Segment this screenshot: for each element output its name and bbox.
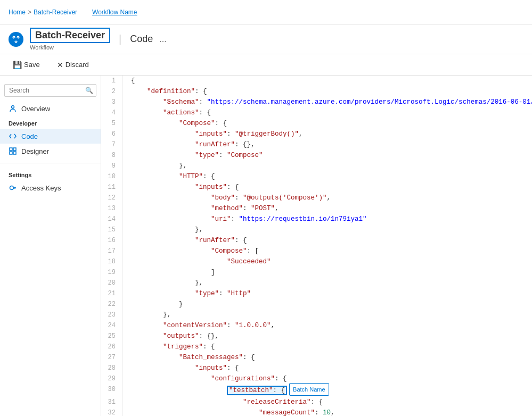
line-number: 12 — [101, 193, 122, 203]
line-number: 11 — [101, 182, 122, 193]
line-content: "$schema": "https://schema.management.az… — [122, 97, 532, 107]
svg-rect-8 — [10, 152, 12, 154]
line-content: "type": "Compose" — [122, 150, 532, 161]
table-row: 14 "uri": "https://requestbin.io/1n79iya… — [101, 214, 532, 224]
breadcrumb-app[interactable]: Batch-Receiver — [34, 9, 77, 16]
batch-name-tooltip: Batch Name — [289, 383, 329, 396]
line-content: }, — [122, 224, 532, 235]
sidebar-item-designer[interactable]: Designer — [0, 144, 101, 159]
line-content: "releaseCriteria": { — [122, 397, 532, 407]
line-number: 10 — [101, 171, 122, 182]
title-separator: | — [119, 33, 121, 45]
sidebar-item-code[interactable]: Code — [0, 129, 101, 144]
discard-button[interactable]: ✕ Discard — [53, 59, 93, 71]
table-row: 19 ] — [101, 267, 532, 278]
table-row: 30 "testbatch": {Batch Name — [101, 384, 532, 397]
table-row: 12 "body": "@outputs('Compose')", — [101, 193, 532, 203]
designer-icon — [9, 147, 17, 155]
line-number: 23 — [101, 310, 122, 320]
sidebar-divider — [0, 163, 101, 163]
table-row: 10 "HTTP": { — [101, 171, 532, 182]
table-row: 31 "releaseCriteria": { — [101, 397, 532, 407]
toolbar: 💾 Save ✕ Discard — [0, 54, 532, 76]
table-row: 16 "runAfter": { — [101, 235, 532, 246]
line-content: "inputs": { — [122, 182, 532, 193]
line-content: "Compose": [ — [122, 246, 532, 256]
search-input[interactable] — [4, 84, 96, 97]
line-content: }, — [122, 161, 532, 171]
access-keys-icon — [9, 184, 17, 192]
line-content: "type": "Http" — [122, 288, 532, 299]
line-content: "uri": "https://requestbin.io/1n79iya1" — [122, 214, 532, 224]
overview-label: Overview — [21, 105, 50, 113]
code-icon — [9, 132, 17, 140]
code-label: Code — [21, 132, 38, 140]
line-content: }, — [122, 310, 532, 320]
line-content: "configurations": { — [122, 373, 532, 384]
line-content: "triggers": { — [122, 342, 532, 352]
workflow-title: Batch-Receiver — [30, 28, 110, 43]
line-content: "runAfter": {}, — [122, 139, 532, 150]
batch-name-highlight: "testbatch": { — [227, 386, 287, 395]
ellipsis-menu-button[interactable]: ... — [159, 35, 166, 44]
svg-point-5 — [12, 106, 14, 109]
table-row: 32 "messageCount": 10, — [101, 407, 532, 416]
breadcrumb-separator: > — [28, 9, 31, 16]
table-row: 23 }, — [101, 310, 532, 320]
line-content: "body": "@outputs('Compose')", — [122, 193, 532, 203]
designer-label: Designer — [21, 147, 49, 155]
workflow-subtitle: Workflow — [30, 44, 110, 51]
line-number: 13 — [101, 203, 122, 214]
line-content: "testbatch": {Batch Name — [122, 384, 532, 397]
breadcrumb-home[interactable]: Home — [9, 9, 26, 16]
table-row: 24 "contentVersion": "1.0.0.0", — [101, 320, 532, 331]
line-content: "actions": { — [122, 107, 532, 118]
sidebar-item-access-keys[interactable]: Access Keys — [0, 180, 101, 195]
code-editor: 1{2 "definition": {3 "$schema": "https:/… — [101, 76, 532, 416]
line-number: 24 — [101, 320, 122, 331]
overview-icon — [9, 104, 17, 113]
line-content: "contentVersion": "1.0.0.0", — [122, 320, 532, 331]
table-row: 4 "actions": { — [101, 107, 532, 118]
sidebar-item-overview[interactable]: Overview — [0, 101, 101, 116]
workflow-icon — [9, 32, 23, 47]
line-number: 16 — [101, 235, 122, 246]
sidebar: 🔍 Overview Developer Code Designer Setti… — [0, 76, 101, 416]
line-number: 15 — [101, 224, 122, 235]
line-content: "runAfter": { — [122, 235, 532, 246]
line-content: "definition": { — [122, 86, 532, 97]
line-number: 30 — [101, 384, 122, 397]
line-number: 31 — [101, 397, 122, 407]
svg-point-10 — [10, 186, 14, 190]
table-row: 22 } — [101, 299, 532, 310]
svg-rect-6 — [10, 148, 12, 151]
line-number: 14 — [101, 214, 122, 224]
save-button[interactable]: 💾 Save — [9, 59, 44, 71]
line-number: 4 — [101, 107, 122, 118]
settings-section-label: Settings — [0, 168, 101, 180]
line-number: 21 — [101, 288, 122, 299]
line-content: "inputs": "@triggerBody()", — [122, 129, 532, 139]
line-number: 20 — [101, 278, 122, 288]
line-number: 18 — [101, 256, 122, 267]
code-content: 1{2 "definition": {3 "$schema": "https:/… — [101, 76, 532, 416]
line-content: "inputs": { — [122, 363, 532, 373]
table-row: 9 }, — [101, 161, 532, 171]
line-number: 1 — [101, 76, 122, 86]
table-row: 8 "type": "Compose" — [101, 150, 532, 161]
line-content: } — [122, 299, 532, 310]
line-number: 22 — [101, 299, 122, 310]
breadcrumb-workflow-link[interactable]: Workflow Name — [92, 9, 137, 16]
line-content: ] — [122, 267, 532, 278]
line-number: 19 — [101, 267, 122, 278]
line-number: 26 — [101, 342, 122, 352]
line-number: 7 — [101, 139, 122, 150]
search-container: 🔍 — [4, 84, 96, 97]
line-number: 3 — [101, 97, 122, 107]
line-content: "Succeeded" — [122, 256, 532, 267]
table-row: 18 "Succeeded" — [101, 256, 532, 267]
line-number: 28 — [101, 363, 122, 373]
table-row: 28 "inputs": { — [101, 363, 532, 373]
line-number: 29 — [101, 373, 122, 384]
line-content: "outputs": {}, — [122, 331, 532, 342]
